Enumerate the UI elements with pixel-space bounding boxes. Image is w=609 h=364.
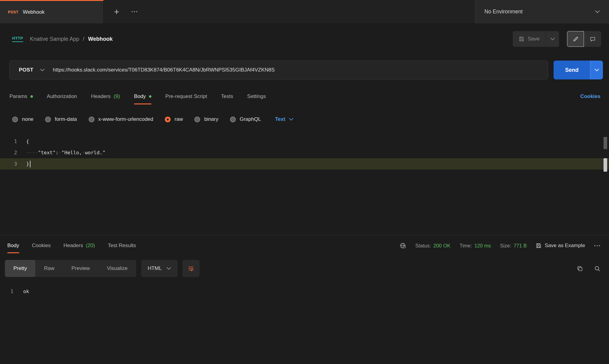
chevron-down-icon <box>40 69 44 72</box>
tab-params-label: Params <box>9 93 27 100</box>
radio-x-www-form-urlencoded-label: x-www-form-urlencoded <box>98 116 153 122</box>
search-icon <box>594 265 600 272</box>
whitespace-dot: · <box>58 150 62 156</box>
tab-pre-request-script[interactable]: Pre-request Script <box>165 86 207 107</box>
radio-none-label: none <box>22 116 34 122</box>
scrollbar-cursor-mark <box>604 158 607 172</box>
network-globe-icon[interactable] <box>399 242 406 249</box>
search-response-button[interactable] <box>594 265 600 272</box>
size-label: Size: <box>500 243 511 249</box>
response-tab-test-results[interactable]: Test Results <box>108 235 136 256</box>
tab-title: Webhook <box>23 9 45 15</box>
send-button[interactable]: Send <box>554 61 590 79</box>
wrap-text-icon <box>188 265 194 271</box>
status-metric[interactable]: Status: 200 OK <box>415 243 450 249</box>
chevron-down-icon <box>551 38 555 40</box>
radio-circle-icon <box>194 117 200 122</box>
text-cursor <box>30 161 30 167</box>
radio-none[interactable]: none <box>12 116 34 122</box>
view-visualize-button[interactable]: Visualize <box>98 260 136 277</box>
method-label: POST <box>19 67 34 73</box>
send-button-group: Send <box>554 61 603 79</box>
response-format-dropdown[interactable]: HTML <box>141 260 178 277</box>
time-metric[interactable]: Time: 120 ms <box>459 243 491 249</box>
environment-selector[interactable]: No Environment <box>475 0 609 23</box>
response-headers-count: (20) <box>86 243 95 249</box>
tab-tests-label: Tests <box>221 93 233 100</box>
editor-code: world." <box>85 150 105 156</box>
response-tab-headers-label: Headers <box>63 243 83 249</box>
tab-pre-request-script-label: Pre-request Script <box>165 93 207 100</box>
language-dropdown[interactable]: Text <box>275 116 294 122</box>
editor-line-active: 3 } <box>0 158 609 170</box>
response-tab-cookies[interactable]: Cookies <box>32 235 51 256</box>
tab-more-options-button[interactable]: ••• <box>132 9 139 14</box>
radio-circle-icon <box>12 117 18 122</box>
comment-icon <box>590 36 596 42</box>
save-icon <box>536 243 541 248</box>
method-dropdown[interactable]: POST <box>10 67 53 73</box>
editor-code: "Hello, <box>62 150 82 156</box>
view-mode-segmented-control: Pretty Raw Preview Visualize <box>5 260 136 277</box>
whitespace-dots: ···· <box>26 150 38 156</box>
radio-circle-icon <box>230 117 236 122</box>
save-icon <box>519 36 524 42</box>
cookies-link[interactable]: Cookies <box>580 93 600 100</box>
response-body-viewer[interactable]: 1 ok <box>0 281 609 297</box>
time-label: Time: <box>459 243 472 249</box>
response-more-options-button[interactable]: ••• <box>594 243 601 248</box>
response-view-controls: Pretty Raw Preview Visualize HTML <box>0 256 609 281</box>
radio-form-data-label: form-data <box>55 116 77 122</box>
radio-raw[interactable]: raw <box>165 116 183 122</box>
save-as-example-button[interactable]: Save as Example <box>536 243 585 249</box>
radio-x-www-form-urlencoded[interactable]: x-www-form-urlencoded <box>89 116 153 122</box>
tab-authorization[interactable]: Authorization <box>47 86 77 107</box>
tab-body-label: Body <box>134 93 146 100</box>
response-format-label: HTML <box>148 265 162 271</box>
edit-comment-group <box>567 31 601 47</box>
status-value: 200 OK <box>434 243 451 249</box>
language-label: Text <box>275 116 285 122</box>
tab-body[interactable]: Body <box>134 86 151 107</box>
size-metric[interactable]: Size: 771 B <box>500 243 527 249</box>
chevron-down-icon <box>595 69 599 72</box>
breadcrumb-request-name[interactable]: Webhook <box>88 36 113 42</box>
radio-circle-icon <box>89 117 94 122</box>
send-options-button[interactable] <box>590 61 603 79</box>
response-metrics: Status: 200 OK Time: 120 ms Size: 771 B … <box>399 242 601 249</box>
url-bar: POST Send <box>0 54 609 86</box>
response-tab-cookies-label: Cookies <box>32 243 51 249</box>
copy-response-button[interactable] <box>577 265 583 272</box>
breadcrumb-collection[interactable]: Knative Sample App <box>30 36 79 42</box>
save-options-button[interactable] <box>546 31 559 47</box>
response-tab-headers[interactable]: Headers (20) <box>63 235 95 256</box>
view-preview-button[interactable]: Preview <box>63 260 98 277</box>
view-raw-button[interactable]: Raw <box>35 260 63 277</box>
tab-tests[interactable]: Tests <box>221 86 233 107</box>
scrollbar-thumb[interactable] <box>604 137 607 149</box>
tab-params[interactable]: Params <box>9 86 33 107</box>
edit-button[interactable] <box>567 31 584 47</box>
size-value: 771 B <box>514 243 527 249</box>
save-as-example-label: Save as Example <box>545 243 585 249</box>
open-request-tab[interactable]: POST Webhook <box>0 0 104 23</box>
radio-form-data[interactable]: form-data <box>45 116 77 122</box>
comments-button[interactable] <box>584 31 601 47</box>
status-label: Status: <box>415 243 431 249</box>
radio-graphql[interactable]: GraphQL <box>230 116 261 122</box>
url-input[interactable] <box>53 67 548 73</box>
save-button[interactable]: Save <box>513 31 546 47</box>
response-tab-body[interactable]: Body <box>7 235 19 256</box>
tab-authorization-label: Authorization <box>47 93 77 100</box>
view-pretty-button[interactable]: Pretty <box>5 260 35 277</box>
whitespace-dot: · <box>82 150 85 156</box>
tab-headers[interactable]: Headers (9) <box>91 86 120 107</box>
request-body-editor[interactable]: 1 { 2 ····"text":·"Hello,·world." 3 } <box>0 131 609 235</box>
editor-line: 2 ····"text":·"Hello,·world." <box>0 147 609 158</box>
radio-graphql-label: GraphQL <box>240 116 261 122</box>
save-button-group: Save <box>513 31 559 47</box>
wrap-lines-button[interactable] <box>182 260 200 277</box>
tab-settings[interactable]: Settings <box>247 86 266 107</box>
new-tab-button[interactable]: + <box>114 7 119 16</box>
radio-binary[interactable]: binary <box>194 116 218 122</box>
